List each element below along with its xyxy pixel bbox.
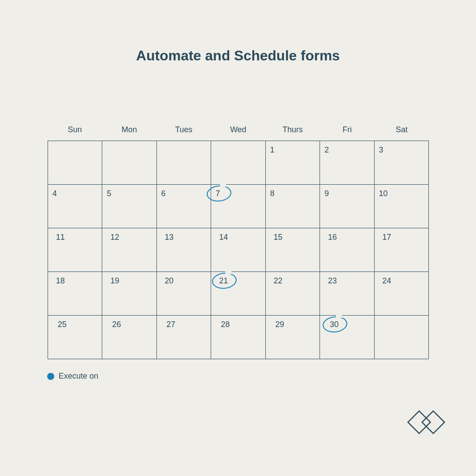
calendar-cell: 9 [320,185,374,228]
calendar-cell: 25 [48,316,102,359]
day-number: 27 [167,320,175,329]
brand-logo-icon [405,408,450,436]
day-number: 15 [274,233,283,242]
day-number: 3 [379,145,383,155]
weekday-label: Thurs [265,125,320,141]
weekday-label: Mon [102,125,157,141]
calendar-cell: 30 [320,316,374,359]
calendar-cell [102,141,156,185]
day-number: 10 [379,189,388,198]
calendar-cell: 7 [211,185,265,228]
weekday-header-row: SunMonTuesWedThursFriSat [48,125,429,141]
weekday-label: Sat [374,125,429,141]
legend: Execute on [47,372,98,381]
day-number: 29 [275,320,284,329]
calendar-cell: 13 [157,228,211,272]
day-number: 30 [330,320,338,329]
weekday-label: Wed [211,125,266,141]
calendar-cell: 19 [102,272,156,316]
calendar-cell: 5 [102,185,156,228]
calendar-cell [157,141,211,185]
day-number: 2 [324,145,329,155]
day-number: 7 [216,189,220,198]
calendar-cell: 10 [375,185,429,228]
calendar-cell: 6 [157,185,211,228]
calendar-cell: 28 [211,316,265,359]
calendar-cell: 23 [320,272,374,316]
weekday-label: Sun [48,125,102,141]
calendar-cell: 27 [157,316,211,359]
day-number: 4 [52,189,57,198]
calendar-cell: 20 [157,272,211,316]
calendar-cell [211,141,265,185]
day-number: 28 [221,320,230,329]
legend-label: Execute on [59,372,98,381]
calendar-cell: 21 [211,272,265,316]
day-number: 17 [383,233,391,242]
day-number: 14 [219,233,228,242]
calendar-cell: 1 [266,141,320,185]
day-number: 26 [112,320,121,329]
weekday-label: Tues [156,125,211,141]
day-number: 23 [328,276,337,286]
day-number: 18 [56,276,65,286]
day-number: 12 [110,233,119,242]
calendar-cell: 24 [375,272,429,316]
calendar-cell: 8 [266,185,320,228]
calendar-cell: 15 [266,228,320,272]
page-title: Automate and Schedule forms [0,0,476,64]
svg-rect-0 [408,411,431,434]
calendar-grid: 1234567891011121314151617181920212223242… [48,141,429,359]
calendar-cell: 2 [320,141,374,185]
day-number: 21 [219,276,228,286]
calendar-cell: 18 [48,272,102,316]
calendar-cell: 16 [320,228,374,272]
day-number: 1 [270,145,275,155]
day-number: 8 [270,189,275,198]
day-number: 13 [165,233,174,242]
day-number: 11 [56,233,65,242]
day-number: 25 [58,320,67,329]
calendar-cell: 3 [375,141,429,185]
calendar-cell [48,141,102,185]
calendar: SunMonTuesWedThursFriSat 123456789101112… [48,125,429,359]
calendar-cell: 12 [102,228,156,272]
calendar-cell: 4 [48,185,102,228]
calendar-cell: 22 [266,272,320,316]
day-number: 24 [383,276,391,286]
calendar-cell: 11 [48,228,102,272]
day-number: 19 [110,276,119,286]
day-number: 5 [107,189,111,198]
svg-rect-1 [422,411,445,434]
calendar-cell: 14 [211,228,265,272]
calendar-cell: 17 [375,228,429,272]
day-number: 20 [165,276,174,286]
day-number: 16 [328,233,337,242]
calendar-cell [375,316,429,359]
calendar-cell: 29 [266,316,320,359]
day-number: 9 [324,189,329,198]
calendar-cell: 26 [102,316,156,359]
day-number: 6 [161,189,166,198]
day-number: 22 [274,276,283,286]
legend-dot-icon [47,373,54,380]
weekday-label: Fri [320,125,375,141]
